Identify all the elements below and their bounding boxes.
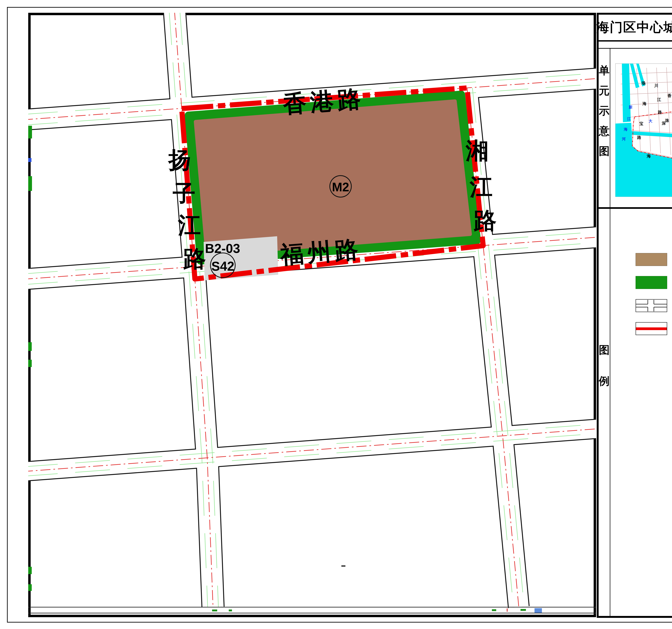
label-column-divider — [610, 49, 610, 616]
title-row: 海门区中心城区控制性详细规划（A2\A3单元） — [599, 15, 672, 42]
vertical-label-char: 示 — [599, 104, 610, 117]
chip-code: B2-03 — [205, 241, 240, 256]
vertical-label-char: 意 — [599, 125, 610, 137]
inset-road-label: 江 — [657, 97, 661, 102]
inset-road-label: 海 — [647, 154, 651, 158]
boundary-swatch — [635, 322, 667, 335]
svg-text:扬: 扬 — [168, 147, 191, 173]
vertical-label-char: 元 — [599, 85, 610, 97]
inset-road-label: 深 — [662, 121, 666, 125]
svg-text:子: 子 — [173, 181, 196, 206]
vertical-label-char: 图 — [599, 344, 610, 356]
inset-water-label: 江 — [627, 117, 631, 121]
svg-text:路: 路 — [183, 246, 206, 272]
planning-sheet: M2 B2-03 S42 香港路 福州路 扬 子 江 路 湘 江 路 — [0, 0, 672, 629]
edge-ticks — [28, 126, 32, 591]
title-block-panel: 海门区中心城区控制性详细规划（A2\A3单元） 单元示意图 图例 — [597, 13, 672, 618]
section-divider — [599, 207, 672, 209]
legend-item-road: 规划道路 — [635, 298, 672, 314]
svg-text:湘: 湘 — [465, 138, 488, 163]
industrial-swatch — [635, 253, 667, 266]
inset-road-label: 场 — [641, 81, 646, 85]
inset-road-label: 香 — [667, 93, 672, 98]
parcel-code: M2 — [332, 180, 349, 194]
inset-road-label: 宝 — [639, 121, 643, 126]
inset-road-label: 路 — [658, 110, 662, 114]
inset-road-label: 路 — [637, 135, 641, 140]
svg-text:江: 江 — [178, 212, 201, 238]
inset-water-label: 海 — [624, 127, 627, 131]
legend-item-park: 公园绿地 — [635, 275, 672, 290]
vertical-label-char: 例 — [599, 375, 610, 387]
legend-item-industrial: 二类工业用地 — [635, 252, 672, 267]
inset-water-label: 河 — [622, 137, 626, 141]
sheet-title: 海门区中心城区控制性详细规划（A2\A3单元） — [596, 19, 672, 36]
vertical-label-char: 图 — [599, 145, 610, 157]
unit-locator-inset: 场川九兴新长东香江海路安路安叠福州江江厦门路路港珠深圳海路路宝路路海口路扬州湘路… — [616, 64, 672, 197]
vertical-label-char: 单 — [599, 64, 610, 77]
svg-text:路: 路 — [474, 208, 497, 233]
svg-text:江: 江 — [470, 174, 493, 200]
main-map-frame: M2 B2-03 S42 香港路 福州路 扬 子 江 路 湘 江 路 — [28, 13, 596, 617]
title-sub-row — [599, 42, 672, 49]
legend-item-boundary: 规划范围 — [635, 321, 672, 337]
inset-road-label: 川 — [654, 84, 658, 88]
chip-circle-code: S42 — [211, 259, 234, 273]
inset-water-label: 大 — [649, 119, 652, 123]
inset-water-label: 新 — [629, 105, 632, 109]
inset-road-label: 海 — [642, 101, 646, 106]
park-swatch — [635, 276, 667, 289]
main-map: M2 B2-03 S42 香港路 福州路 扬 子 江 路 湘 江 路 — [28, 13, 596, 617]
road-swatch — [635, 299, 667, 312]
industrial-parcel — [196, 101, 470, 254]
